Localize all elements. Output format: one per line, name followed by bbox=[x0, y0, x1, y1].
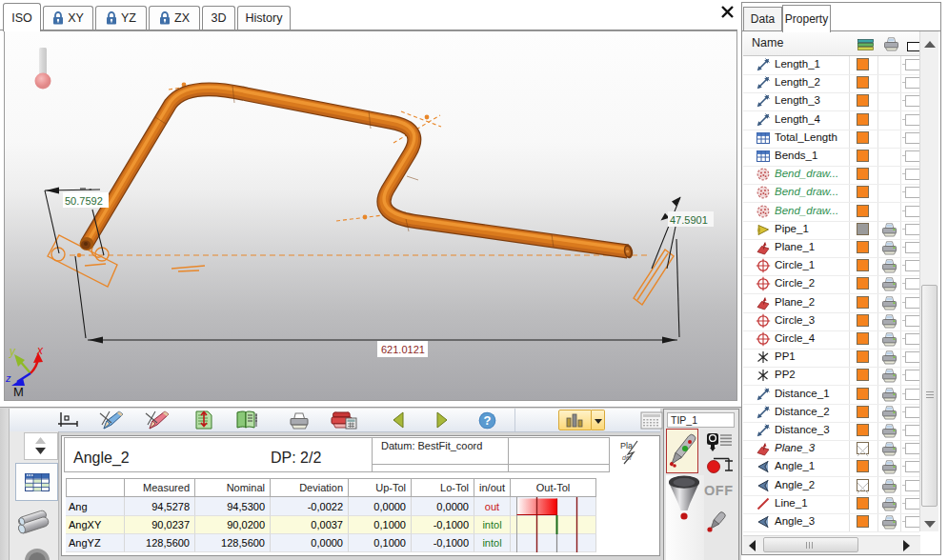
svg-text:M: M bbox=[13, 385, 24, 399]
svg-text:def: def bbox=[622, 454, 633, 461]
svg-text:z: z bbox=[5, 372, 11, 384]
svg-text:?: ? bbox=[484, 413, 492, 428]
svg-text:50.7592: 50.7592 bbox=[65, 195, 103, 207]
svg-text:x: x bbox=[36, 344, 44, 357]
svg-text:621.0121: 621.0121 bbox=[381, 344, 425, 355]
svg-text:47.5901: 47.5901 bbox=[670, 214, 708, 226]
svg-text:Pla: Pla bbox=[620, 441, 633, 450]
svg-text:y: y bbox=[9, 345, 16, 358]
